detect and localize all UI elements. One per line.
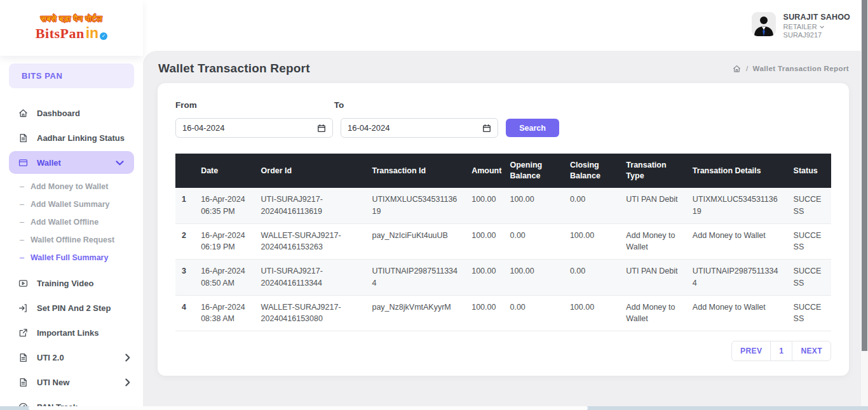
dash-bullet: – bbox=[20, 218, 24, 227]
sidebar-item-wallet[interactable]: Wallet bbox=[9, 151, 134, 174]
cell-status: SUCCESS bbox=[787, 223, 831, 260]
sidebar-item-uti-new[interactable]: UTI New bbox=[0, 370, 143, 395]
cell-transaction-details: Add Money to Wallet bbox=[686, 295, 787, 331]
cell-opening-balance: 0.00 bbox=[503, 295, 563, 331]
user-menu[interactable]: SURAJIT SAHOO RETAILER SURAJ9217 bbox=[752, 12, 850, 40]
cell-amount: 100.00 bbox=[465, 223, 503, 260]
column-header-opening-balance: Opening Balance bbox=[503, 154, 563, 188]
cell-transaction-details: Add Money to Wallet bbox=[686, 223, 787, 260]
dash-bullet: – bbox=[20, 200, 24, 209]
cell-sno: 1 bbox=[175, 188, 194, 223]
cell-amount: 100.00 bbox=[465, 260, 503, 296]
from-date-input[interactable]: 16-04-2024 bbox=[175, 118, 333, 138]
user-meta: SURAJIT SAHOO RETAILER SURAJ9217 bbox=[783, 12, 850, 40]
table-row: 316-Apr-2024 08:50 AMUTI-SURAJ9217-20240… bbox=[175, 260, 831, 296]
breadcrumb-current: Wallet Transaction Report bbox=[753, 65, 849, 72]
cell-amount: 100.00 bbox=[465, 295, 503, 331]
column-header-status: Status bbox=[787, 154, 831, 188]
verified-badge-icon: ✓ bbox=[100, 32, 107, 40]
user-username: SURAJ9217 bbox=[783, 31, 850, 40]
transactions-table: DateOrder IdTransaction IdAmountOpening … bbox=[175, 154, 831, 331]
sidebar-item-label: Training Video bbox=[37, 279, 93, 288]
user-role-label: RETAILER bbox=[783, 23, 817, 32]
column-header-sno bbox=[175, 154, 194, 188]
calendar-icon[interactable] bbox=[317, 124, 326, 133]
to-date-input[interactable]: 16-04-2024 bbox=[341, 118, 498, 138]
cell-opening-balance: 100.00 bbox=[503, 260, 563, 296]
filter-row: 16-04-2024 16-04-2024 Search bbox=[175, 118, 831, 138]
sidebar-nav: Dashboard Aadhar Linking Status Wallet –… bbox=[0, 93, 143, 410]
next-page-button[interactable]: NEXT bbox=[792, 341, 831, 361]
column-header-amount: Amount bbox=[465, 154, 503, 188]
sidebar-item-dashboard[interactable]: Dashboard bbox=[0, 101, 143, 126]
filter-labels: From To bbox=[175, 100, 831, 110]
sidebar-item-label: Important Links bbox=[37, 328, 99, 338]
portal-label[interactable]: BITS PAN bbox=[9, 63, 134, 88]
cell-transaction-type: Add Money to Wallet bbox=[620, 295, 686, 331]
page-title: Wallet Transaction Report bbox=[158, 62, 310, 76]
brand-logo[interactable]: सबसे बड़ा पैन पोर्टल BitsPan in ✓ bbox=[0, 0, 143, 56]
cell-closing-balance: 0.00 bbox=[564, 188, 620, 223]
from-date-value: 16-04-2024 bbox=[182, 123, 317, 133]
to-label: To bbox=[334, 100, 344, 110]
cell-date: 16-Apr-2024 08:50 AM bbox=[194, 260, 254, 296]
breadcrumb: / Wallet Transaction Report bbox=[732, 64, 849, 74]
cell-sno: 4 bbox=[175, 295, 194, 331]
sidebar: सबसे बड़ा पैन पोर्टल BitsPan in ✓ BITS P… bbox=[0, 0, 143, 410]
column-header-date: Date bbox=[194, 154, 254, 188]
cell-transaction-id: UTIXMXLUC53453113619 bbox=[365, 188, 465, 223]
column-header-transaction-id: Transaction Id bbox=[365, 154, 465, 188]
prev-page-button[interactable]: PREV bbox=[731, 341, 771, 361]
sidebar-item-set-pin-and-2-step[interactable]: Set PIN And 2 Step bbox=[0, 296, 143, 321]
cell-status: SUCCESS bbox=[787, 188, 831, 223]
sidebar-item-aadhar-linking-status[interactable]: Aadhar Linking Status bbox=[0, 126, 143, 150]
vertical-scrollbar-thumb[interactable] bbox=[862, 0, 867, 351]
cell-transaction-id: pay_Nz8jkVmtAKyyrM bbox=[365, 295, 465, 331]
sidebar-subitem-wallet-offline-request[interactable]: – Wallet Offline Request bbox=[0, 231, 143, 249]
table-header: DateOrder IdTransaction IdAmountOpening … bbox=[175, 154, 831, 188]
sidebar-subitem-add-wallet-summary[interactable]: – Add Wallet Summary bbox=[0, 195, 143, 213]
sidebar-item-important-links[interactable]: Important Links bbox=[0, 321, 143, 345]
sidebar-item-training-video[interactable]: Training Video bbox=[0, 271, 143, 296]
sidebar-subitem-wallet-full-summary[interactable]: – Wallet Full Summary bbox=[0, 249, 143, 267]
main-content: Wallet Transaction Report / Wallet Trans… bbox=[143, 51, 868, 410]
sidebar-item-label: Dashboard bbox=[37, 109, 80, 118]
sidebar-item-label: Aadhar Linking Status bbox=[37, 133, 125, 143]
table-row: 216-Apr-2024 06:19 PMWALLET-SURAJ9217-20… bbox=[175, 223, 831, 260]
sidebar-item-label: UTI 2.0 bbox=[37, 353, 64, 362]
cell-transaction-id: UTIUTNAIP29875113344 bbox=[365, 260, 465, 296]
sidebar-subitem-label: Wallet Full Summary bbox=[31, 253, 108, 262]
horizontal-scrollbar-thumb[interactable] bbox=[29, 406, 588, 410]
chevron-down-icon bbox=[114, 157, 125, 168]
document-icon bbox=[18, 377, 29, 388]
document-icon bbox=[18, 352, 29, 363]
cell-date: 16-Apr-2024 06:35 PM bbox=[194, 188, 254, 223]
sidebar-subitem-add-wallet-offline[interactable]: – Add Wallet Offline bbox=[0, 213, 143, 231]
calendar-icon[interactable] bbox=[482, 124, 491, 133]
cell-transaction-type: Add Money to Wallet bbox=[620, 223, 686, 260]
sidebar-subitem-label: Add Wallet Offline bbox=[31, 218, 98, 227]
cell-order-id: UTI-SURAJ9217-20240416113619 bbox=[255, 188, 366, 223]
sidebar-subitem-label: Wallet Offline Request bbox=[31, 235, 114, 244]
column-header-closing-balance: Closing Balance bbox=[564, 154, 620, 188]
sidebar-item-label: UTI New bbox=[37, 378, 69, 387]
home-icon[interactable] bbox=[732, 64, 742, 74]
pagination: PREV 1 NEXT bbox=[175, 341, 831, 361]
cell-closing-balance: 100.00 bbox=[564, 223, 620, 260]
user-role[interactable]: RETAILER bbox=[783, 23, 850, 32]
cell-transaction-details: UTIUTNAIP29875113344 bbox=[686, 260, 787, 296]
cell-status: SUCCESS bbox=[787, 295, 831, 331]
horizontal-scrollbar-track bbox=[0, 406, 868, 410]
page-number-button[interactable]: 1 bbox=[770, 341, 792, 361]
cell-sno: 2 bbox=[175, 223, 194, 260]
wallet-submenu: – Add Money to Wallet – Add Wallet Summa… bbox=[0, 175, 143, 271]
cell-order-id: WALLET-SURAJ9217-20240416153263 bbox=[255, 223, 366, 260]
topbar: SURAJIT SAHOO RETAILER SURAJ9217 bbox=[143, 0, 868, 51]
brand-tagline: सबसे बड़ा पैन पोर्टल bbox=[41, 14, 102, 24]
cell-amount: 100.00 bbox=[465, 188, 503, 223]
sidebar-subitem-add-money-to-wallet[interactable]: – Add Money to Wallet bbox=[0, 178, 143, 195]
from-label: From bbox=[175, 100, 197, 110]
sidebar-item-uti-2-0[interactable]: UTI 2.0 bbox=[0, 345, 143, 370]
search-button[interactable]: Search bbox=[506, 119, 559, 137]
cell-sno: 3 bbox=[175, 260, 194, 296]
